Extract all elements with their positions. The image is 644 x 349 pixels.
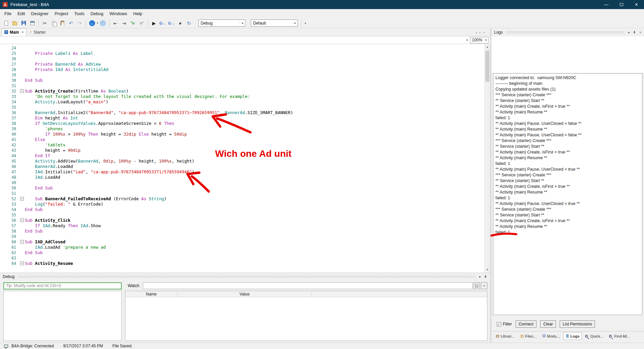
code-line-31[interactable]: 31 <box>0 83 490 89</box>
rebuild-button[interactable]: ↻ <box>185 19 193 27</box>
zoom-combo[interactable]: 100% ▾ <box>470 37 489 43</box>
list-permissions-button[interactable]: List Permissions <box>560 320 595 328</box>
log-line[interactable]: ** Activity (main) Create, isFirst = tru… <box>495 149 642 155</box>
code-line-35[interactable]: 35 <box>0 105 490 110</box>
dock-tab-librari[interactable]: Librari... <box>493 333 517 340</box>
copy-button[interactable] <box>49 19 57 27</box>
code-line-44[interactable]: 44 End If <box>0 153 490 159</box>
menu-help[interactable]: Help <box>130 9 145 18</box>
menu-designer[interactable]: Designer <box>28 9 51 18</box>
code-line-62[interactable]: 62End Sub <box>0 250 490 255</box>
scroll-down-icon[interactable]: ▾ <box>485 267 490 273</box>
tab-scroll-left-icon[interactable]: ◂ <box>475 31 477 34</box>
code-line-59[interactable]: 59 <box>0 234 490 239</box>
watch-input[interactable] <box>143 282 473 289</box>
close-panel-icon[interactable]: × <box>639 31 641 34</box>
close-button[interactable]: × <box>629 0 644 9</box>
log-line[interactable]: failed: 1 <box>495 115 642 121</box>
log-line[interactable]: Copying updated assets files (1) <box>495 86 642 92</box>
menu-project[interactable]: Project <box>51 9 71 18</box>
dock-tab-modu[interactable]: Modu... <box>540 332 562 340</box>
toolbar-overflow-button[interactable]: ▾ <box>301 19 309 27</box>
log-line[interactable]: ** Activity (main) Resume ** <box>495 155 642 161</box>
watch-clear-button[interactable]: × <box>481 282 487 289</box>
code-line-63[interactable]: 63 <box>0 255 490 261</box>
tab-close-icon[interactable]: × <box>22 30 24 34</box>
new-file-button[interactable] <box>2 19 10 27</box>
fold-collapse-box[interactable]: − <box>20 89 24 93</box>
log-line[interactable]: ** Service (starter) Start ** <box>495 98 642 104</box>
redo-button[interactable]: ↷ <box>76 19 84 27</box>
navigate-back-button[interactable]: ← <box>88 19 96 27</box>
log-line[interactable]: failed: 1 <box>495 161 642 167</box>
log-line[interactable]: ** Service (starter) Start ** <box>495 212 642 218</box>
code-line-58[interactable]: 58End Sub <box>0 229 490 234</box>
build-config-combo[interactable]: Default ▾ <box>251 20 298 27</box>
tab-main[interactable]: Main × <box>1 28 27 36</box>
code-line-42[interactable]: 42 'tablets <box>0 142 490 148</box>
code-line-60[interactable]: 60−Sub IAD_AdClosed <box>0 239 490 245</box>
code-line-51[interactable]: 51 <box>0 191 490 196</box>
watch-column-value[interactable]: Value <box>177 291 312 297</box>
window-menu-caret-icon[interactable]: ▾ <box>628 31 630 34</box>
code-line-39[interactable]: 39 'phones <box>0 126 490 132</box>
code-line-61[interactable]: 61 IAd.LoadAd 'prepare a new ad <box>0 245 490 250</box>
code-line-29[interactable]: 29 <box>0 72 490 78</box>
log-line[interactable]: ** Activity (main) Pause, UserClosed = t… <box>495 167 642 172</box>
uncomment-button[interactable]: ≡' <box>137 19 146 27</box>
log-line[interactable]: ** Activity (main) Resume ** <box>495 189 642 195</box>
compile-release-button[interactable]: G→ <box>167 19 175 27</box>
log-line[interactable]: ** Service (starter) Start ** <box>495 144 642 149</box>
dock-tab-files[interactable]: Files... <box>518 333 539 340</box>
log-line[interactable]: ** Activity (main) Resume ** <box>495 109 642 115</box>
log-line[interactable]: --------- beginning of main <box>495 81 642 86</box>
code-line-46[interactable]: 46 BannerAd.LoadAd <box>0 164 490 169</box>
code-line-56[interactable]: 56−Sub Activity_Click <box>0 218 490 223</box>
logs-list[interactable]: Logger connected to: samsung SM-N920C---… <box>493 73 642 315</box>
debug-tip-box[interactable]: Tip: Modify code and hit Ctrl+S <box>3 282 122 289</box>
watch-table[interactable]: Name Value <box>125 291 487 341</box>
code-line-32[interactable]: 32−Sub Activity_Create(FirstTime As Bool… <box>0 89 490 94</box>
fold-collapse-box[interactable]: − <box>20 240 24 244</box>
log-line[interactable]: Logger connected to: samsung SM-N920C <box>495 75 642 81</box>
pin-icon[interactable] <box>633 31 636 34</box>
code-line-45[interactable]: 45 Activity.AddView(BannerAd, 0dip, 100%… <box>0 159 490 164</box>
log-line[interactable]: ** Activity (main) Pause, UserClosed = f… <box>495 132 642 138</box>
code-line-48[interactable]: 48 IAd.LoadAd <box>0 175 490 180</box>
open-designer-button[interactable] <box>28 19 36 27</box>
log-line[interactable]: *** Service (starter) Create *** <box>495 172 642 178</box>
log-line[interactable]: *** Service (starter) Create *** <box>495 92 642 98</box>
code-line-54[interactable]: 54End Sub <box>0 207 490 212</box>
paste-button[interactable] <box>58 19 66 27</box>
dock-tab-findall[interactable]: Find All... <box>607 333 632 340</box>
fold-collapse-box[interactable]: − <box>20 261 24 265</box>
save-button[interactable] <box>19 19 28 27</box>
connect-button[interactable]: Connect <box>516 320 537 328</box>
menu-debug[interactable]: Debug <box>87 9 106 18</box>
code-line-55[interactable]: 55 <box>0 212 490 218</box>
log-line[interactable]: ** Activity (main) Create, isFirst = tru… <box>495 218 642 224</box>
menu-windows[interactable]: Windows <box>107 9 130 18</box>
code-line-43[interactable]: 43 height = 90dip <box>0 148 490 153</box>
split-editor-caret-icon[interactable]: ▾ <box>465 38 470 42</box>
navigate-back-dropdown[interactable]: ▾ <box>97 22 98 25</box>
code-line-25[interactable]: 25 Private Label1 As Label <box>0 51 490 56</box>
comment-button[interactable]: '≡ <box>129 19 137 27</box>
code-line-34[interactable]: 34 Activity.LoadLayout("a_main") <box>0 99 490 105</box>
code-line-36[interactable]: 36 BannerAd.Initialize2("BannerAd", "ca-… <box>0 110 490 115</box>
maximize-button[interactable] <box>614 0 629 9</box>
code-line-28[interactable]: 28 Private IAd As InterstitialAd <box>0 67 490 72</box>
code-line-50[interactable]: 50 End Sub <box>0 185 490 191</box>
log-line[interactable]: ** Activity (main) Create, isFirst = tru… <box>495 104 642 109</box>
cut-button[interactable]: ✂ <box>41 19 49 27</box>
menu-file[interactable]: File <box>1 9 14 18</box>
outdent-button[interactable]: ⇤ <box>111 19 119 27</box>
pin-icon[interactable] <box>484 275 487 279</box>
code-line-47[interactable]: 47 IAd.Initialize("iad", "ca-app-pub-976… <box>0 169 490 175</box>
filter-checkbox[interactable]: ✓ <box>497 322 501 326</box>
window-menu-caret-icon[interactable]: ▾ <box>479 275 481 279</box>
run-button[interactable]: ▶ <box>150 19 158 27</box>
compile-debug-button[interactable]: G← <box>159 19 167 27</box>
editor-vertical-scrollbar[interactable]: ▴ ▾ <box>484 44 490 273</box>
code-line-38[interactable]: 38 If GetDeviceLayoutValues.ApproximateS… <box>0 121 490 126</box>
